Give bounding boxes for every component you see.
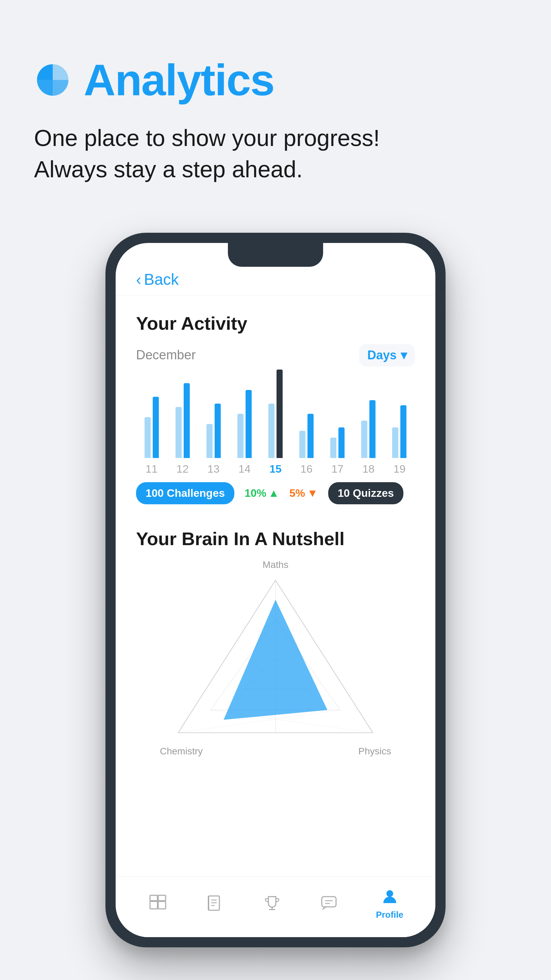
bar-label: 17	[331, 463, 343, 476]
bar-light	[237, 414, 243, 458]
back-label: Back	[144, 270, 179, 288]
svg-rect-10	[150, 895, 157, 901]
quizzes-change: 5% ▼	[289, 487, 318, 500]
bar-group-16: 16	[291, 414, 322, 476]
activity-section: Your Activity December Days ▾	[116, 296, 435, 514]
challenges-badge: 100 Challenges	[136, 482, 234, 504]
bar-group-17: 17	[322, 427, 353, 476]
svg-rect-11	[158, 895, 166, 901]
down-arrow-icon: ▼	[307, 487, 318, 500]
back-button[interactable]: ‹ Back	[136, 270, 415, 288]
hero-section: Analytics One place to show your progres…	[0, 0, 551, 233]
svg-rect-8	[150, 901, 157, 909]
brain-section: Your Brain In A Nutshell Maths	[116, 514, 435, 764]
bar-group-11: 11	[136, 397, 167, 476]
hero-title-row: Analytics	[34, 54, 517, 105]
month-label: December	[136, 348, 195, 363]
nav-item-chat[interactable]	[319, 893, 339, 913]
bar-label: 14	[238, 463, 251, 476]
bar-label: 16	[300, 463, 313, 476]
bar-light	[361, 421, 367, 458]
analytics-pie-icon	[34, 61, 71, 99]
bar-dark	[369, 400, 375, 458]
svg-rect-9	[158, 901, 166, 909]
dropdown-chevron-icon: ▾	[401, 348, 407, 363]
bar-black	[276, 369, 283, 458]
svg-point-22	[386, 890, 393, 897]
svg-marker-7	[224, 600, 327, 720]
chat-icon	[319, 893, 339, 913]
axis-labels: Chemistry Physics	[160, 746, 391, 757]
maths-label: Maths	[263, 559, 288, 570]
bar-group-14: 14	[229, 390, 260, 476]
bar-light	[144, 417, 151, 458]
book-icon	[205, 893, 225, 913]
bar-light	[268, 404, 275, 458]
bar-label: 19	[394, 463, 406, 476]
bar-label: 13	[208, 463, 220, 476]
brain-svg	[160, 574, 391, 743]
bar-dark	[400, 405, 407, 458]
activity-title: Your Activity	[136, 313, 415, 334]
bar-label: 18	[362, 463, 375, 476]
bar-group-19: 19	[384, 405, 415, 476]
profile-nav-label: Profile	[376, 910, 403, 920]
days-selector[interactable]: Days ▾	[359, 344, 415, 366]
bar-group-18: 18	[353, 400, 384, 476]
bar-light	[176, 407, 182, 458]
page-title: Analytics	[84, 54, 274, 105]
phone-frame: ‹ Back Your Activity December Days ▾	[105, 233, 446, 947]
home-icon	[148, 893, 168, 913]
hero-subtitle: One place to show your progress! Always …	[34, 123, 517, 185]
up-arrow-icon: ▲	[268, 487, 279, 500]
bar-dark	[338, 427, 345, 458]
bar-dark	[308, 414, 314, 458]
phone-notch	[228, 243, 323, 267]
bottom-nav: Profile	[116, 877, 435, 937]
screen-content: ‹ Back Your Activity December Days ▾	[116, 243, 435, 937]
chemistry-label: Chemistry	[160, 746, 203, 757]
physics-label: Physics	[359, 746, 391, 757]
brain-title: Your Brain In A Nutshell	[136, 528, 415, 549]
month-row: December Days ▾	[136, 344, 415, 366]
bar-light	[206, 424, 213, 458]
nav-item-book[interactable]	[205, 893, 225, 913]
stats-row: 100 Challenges 10% ▲ 5% ▼ 10 Quizzes	[136, 482, 415, 504]
profile-icon	[380, 886, 400, 907]
trophy-icon	[262, 893, 282, 913]
bar-group-12: 12	[167, 383, 198, 476]
bar-label: 12	[176, 463, 189, 476]
bar-light	[299, 431, 305, 458]
back-chevron-icon: ‹	[136, 270, 141, 288]
bar-dark	[214, 404, 221, 458]
bar-dark	[184, 383, 190, 458]
bar-group-13: 13	[198, 404, 229, 476]
bar-light	[392, 427, 398, 458]
phone-screen: ‹ Back Your Activity December Days ▾	[116, 243, 435, 937]
nav-item-profile[interactable]: Profile	[376, 886, 403, 920]
bar-dark	[153, 397, 159, 458]
svg-rect-19	[322, 897, 336, 907]
bar-dark	[246, 390, 252, 458]
quizzes-badge: 10 Quizzes	[328, 482, 403, 504]
bar-light	[330, 438, 337, 458]
triangle-chart: Maths	[136, 559, 415, 757]
bar-group-15: 15	[260, 369, 291, 476]
bar-chart: 11 12	[136, 380, 415, 476]
bar-label: 11	[146, 463, 158, 476]
challenges-change: 10% ▲	[245, 487, 279, 500]
back-nav: ‹ Back	[116, 263, 435, 296]
bar-label-active: 15	[269, 463, 282, 476]
nav-item-trophy[interactable]	[262, 893, 282, 913]
phone-container: ‹ Back Your Activity December Days ▾	[0, 233, 551, 947]
nav-item-home[interactable]	[148, 893, 168, 913]
